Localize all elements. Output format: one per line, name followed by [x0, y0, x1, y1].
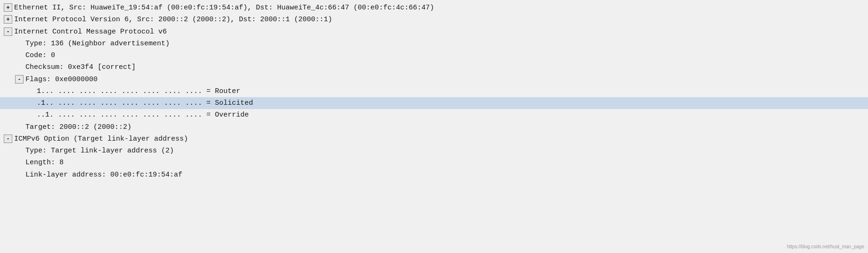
solicited-flag-row: .1.. .... .... .... .... .... .... .... … — [0, 97, 868, 109]
link-layer-row: Link-layer address: 00:e0:fc:19:54:af — [0, 169, 868, 181]
option-length-row-text: Length: 8 — [25, 157, 64, 168]
ethernet-row-toggle[interactable]: + — [4, 3, 12, 12]
flags-row-toggle[interactable]: - — [15, 75, 24, 84]
ethernet-row-text: Ethernet II, Src: HuaweiTe_19:54:af (00:… — [14, 2, 434, 13]
icmpv6-option-row[interactable]: -ICMPv6 Option (Target link-layer addres… — [0, 133, 868, 145]
option-type-row-text: Type: Target link-layer address (2) — [25, 145, 174, 156]
override-flag-row: ..1. .... .... .... .... .... .... .... … — [0, 109, 868, 121]
icmpv6-row-text: Internet Control Message Protocol v6 — [14, 26, 167, 37]
solicited-flag-row-text: .1.. .... .... .... .... .... .... .... … — [37, 98, 253, 109]
flags-row[interactable]: -Flags: 0xe0000000 — [0, 74, 868, 85]
icmpv6-option-row-text: ICMPv6 Option (Target link-layer address… — [14, 134, 188, 144]
watermark: https://blog.csdn.net/hust_man_page — [787, 244, 864, 249]
override-flag-row-text: ..1. .... .... .... .... .... .... .... … — [37, 110, 249, 120]
ethernet-row[interactable]: +Ethernet II, Src: HuaweiTe_19:54:af (00… — [0, 2, 868, 14]
packet-detail-panel: +Ethernet II, Src: HuaweiTe_19:54:af (00… — [0, 0, 868, 253]
link-layer-row-text: Link-layer address: 00:e0:fc:19:54:af — [25, 169, 182, 180]
checksum-row-text: Checksum: 0xe3f4 [correct] — [25, 62, 136, 73]
ipv6-row[interactable]: +Internet Protocol Version 6, Src: 2000:… — [0, 14, 868, 25]
checksum-row: Checksum: 0xe3f4 [correct] — [0, 61, 868, 73]
router-flag-row-text: 1... .... .... .... .... .... .... .... … — [37, 86, 240, 97]
type-row-text: Type: 136 (Neighbor advertisement) — [25, 38, 170, 49]
type-row: Type: 136 (Neighbor advertisement) — [0, 38, 868, 50]
option-length-row: Length: 8 — [0, 157, 868, 169]
ipv6-row-text: Internet Protocol Version 6, Src: 2000::… — [14, 14, 332, 25]
flags-row-text: Flags: 0xe0000000 — [25, 74, 98, 85]
code-row-text: Code: 0 — [25, 50, 55, 61]
icmpv6-row-toggle[interactable]: - — [4, 27, 12, 36]
target-row-text: Target: 2000::2 (2000::2) — [25, 122, 131, 133]
ipv6-row-toggle[interactable]: + — [4, 15, 12, 24]
icmpv6-row[interactable]: -Internet Control Message Protocol v6 — [0, 26, 868, 38]
router-flag-row: 1... .... .... .... .... .... .... .... … — [0, 85, 868, 97]
code-row: Code: 0 — [0, 50, 868, 61]
option-type-row: Type: Target link-layer address (2) — [0, 145, 868, 157]
icmpv6-option-row-toggle[interactable]: - — [4, 135, 12, 143]
target-row: Target: 2000::2 (2000::2) — [0, 121, 868, 133]
